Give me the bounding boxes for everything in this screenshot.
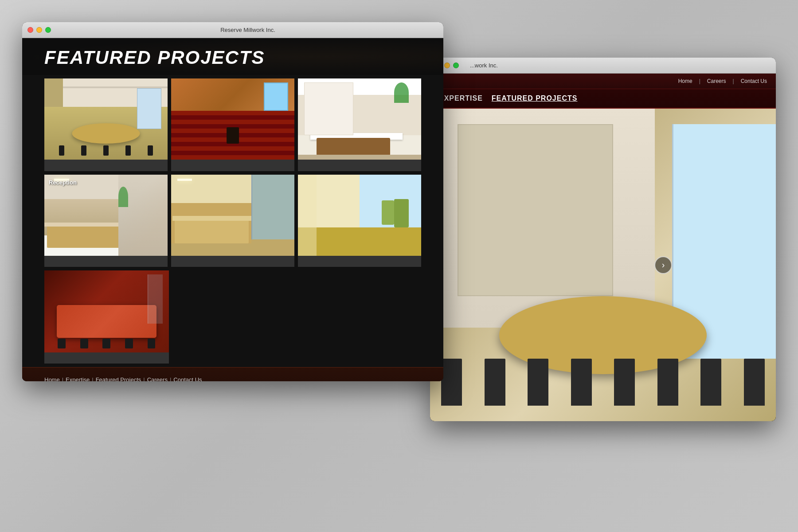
- minimize-button[interactable]: [36, 27, 42, 33]
- secondary-chair-1: [441, 359, 462, 406]
- secondary-nav-sep2: |: [733, 78, 734, 84]
- fullscreen-button[interactable]: [45, 27, 51, 33]
- photo-cell-corridor[interactable]: [298, 175, 421, 267]
- photo-reception-area-scene: Reception: [44, 175, 168, 256]
- secondary-nav-careers[interactable]: Careers: [707, 78, 726, 84]
- secondary-main-image: ›: [430, 109, 776, 421]
- footer-nav-expertise[interactable]: Expertise: [66, 376, 90, 381]
- footer-nav: Home | Expertise | Featured Projects | C…: [44, 376, 205, 381]
- photo-grid-row1: [22, 75, 443, 175]
- browser-content: FEATURED PROJECTS: [22, 38, 443, 381]
- close-button[interactable]: [27, 27, 33, 33]
- site-footer: Home | Expertise | Featured Projects | C…: [22, 367, 443, 381]
- secondary-menu: EXPERTISE FEATURED PROJECTS: [430, 89, 776, 109]
- main-titlebar: Reserve Millwork Inc.: [22, 22, 443, 38]
- secondary-chairs: [430, 359, 776, 406]
- website: FEATURED PROJECTS: [22, 38, 443, 381]
- photo-cell-hallway[interactable]: [171, 175, 294, 267]
- photo-hallway-scene: [171, 175, 294, 256]
- photo-grid-row2: Reception: [22, 175, 443, 271]
- secondary-image-scene: ›: [430, 109, 776, 421]
- footer-nav-careers[interactable]: Careers: [147, 376, 168, 381]
- featured-banner: FEATURED PROJECTS: [22, 38, 443, 75]
- footer-nav-home[interactable]: Home: [44, 376, 60, 381]
- photo-cell-board[interactable]: [44, 270, 169, 364]
- footer-sep3: |: [143, 376, 145, 381]
- footer-sep4: |: [170, 376, 171, 381]
- secondary-chair-6: [657, 359, 678, 406]
- photo-cell-conference[interactable]: [44, 78, 168, 171]
- secondary-chair-3: [528, 359, 548, 406]
- secondary-tl-green[interactable]: [453, 63, 459, 68]
- photo-auditorium: [171, 78, 294, 160]
- secondary-nav: Home | Careers | Contact Us: [430, 74, 776, 89]
- photo-cell-reception-area[interactable]: Reception: [44, 175, 168, 267]
- secondary-nav-contact[interactable]: Contact Us: [741, 78, 767, 84]
- secondary-chair-2: [485, 359, 505, 406]
- browser-title: Reserve Millwork Inc.: [58, 27, 438, 33]
- secondary-browser-content: Home | Careers | Contact Us EXPERTISE FE…: [430, 74, 776, 421]
- slideshow-next-arrow[interactable]: ›: [654, 256, 672, 274]
- main-browser: Reserve Millwork Inc. FEATURED PROJECTS: [22, 22, 443, 381]
- secondary-tl-yellow[interactable]: [444, 63, 450, 68]
- secondary-chair-5: [614, 359, 635, 406]
- reception-label: Reception: [49, 179, 77, 186]
- photo-cell-auditorium[interactable]: [171, 78, 294, 171]
- secondary-menu-expertise[interactable]: EXPERTISE: [439, 94, 483, 102]
- secondary-nav-sep1: |: [699, 78, 700, 84]
- secondary-chair-8: [744, 359, 765, 406]
- secondary-titlebar: ...work Inc.: [430, 58, 776, 74]
- secondary-chair-4: [571, 359, 592, 406]
- secondary-browser: ...work Inc. Home | Careers | Contact Us…: [430, 58, 776, 421]
- secondary-chair-7: [700, 359, 721, 406]
- bottom-row: [22, 270, 443, 367]
- secondary-menu-featured[interactable]: FEATURED PROJECTS: [492, 94, 578, 102]
- photo-reception-desk-scene: [298, 78, 421, 160]
- footer-sep1: |: [62, 376, 63, 381]
- empty-space: [172, 270, 421, 364]
- secondary-panel: [458, 124, 613, 296]
- featured-title: FEATURED PROJECTS: [44, 47, 421, 68]
- photo-conference: [44, 78, 168, 160]
- photo-corridor-scene: [298, 175, 421, 256]
- photo-cell-reception-desk[interactable]: [298, 78, 421, 171]
- secondary-browser-title: ...work Inc.: [470, 62, 498, 69]
- footer-sep2: |: [92, 376, 93, 381]
- footer-nav-contact[interactable]: Contact Us: [173, 376, 202, 381]
- footer-main: Home | Expertise | Featured Projects | C…: [44, 376, 421, 381]
- footer-nav-projects[interactable]: Featured Projects: [96, 376, 141, 381]
- photo-board-scene: [44, 270, 169, 352]
- footer-left: Home | Expertise | Featured Projects | C…: [44, 376, 205, 381]
- traffic-lights: [27, 27, 51, 33]
- secondary-nav-home[interactable]: Home: [678, 78, 692, 84]
